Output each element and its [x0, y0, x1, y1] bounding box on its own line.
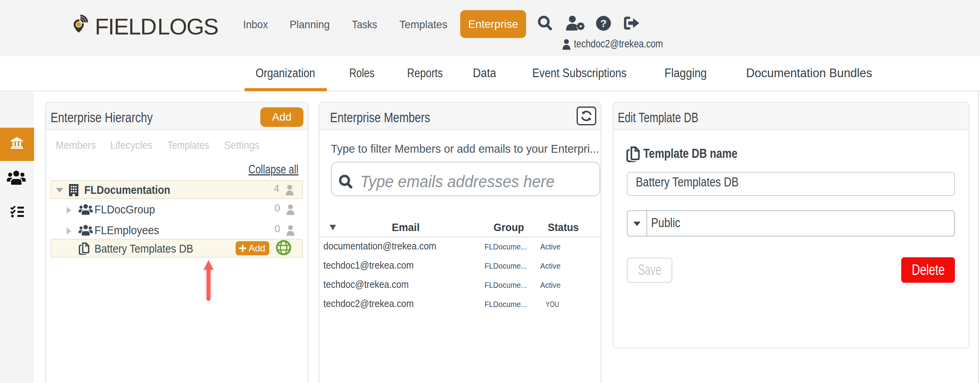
svg-text:?: ?	[600, 18, 606, 29]
